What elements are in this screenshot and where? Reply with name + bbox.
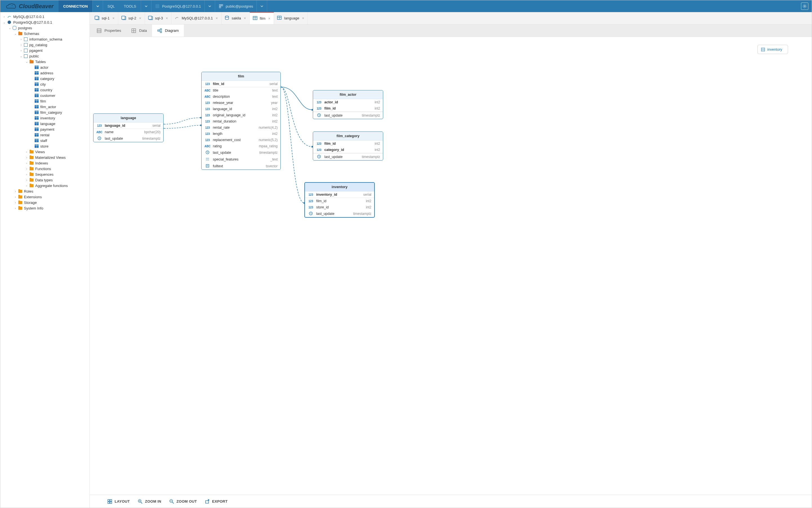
breadcrumb-connection-chevron[interactable] [204, 0, 215, 12]
subtab-diagram[interactable]: Diagram [152, 25, 184, 37]
column-row[interactable]: ABCtitletext [202, 87, 281, 93]
breadcrumb-schema[interactable]: public@postgres [215, 0, 256, 12]
column-row[interactable]: last_updatetimestamptz [305, 210, 374, 217]
breadcrumb-schema-chevron[interactable] [256, 0, 267, 12]
breadcrumb-connection[interactable]: PostgreSQL@127.0.0.1 [152, 0, 204, 12]
close-icon[interactable]: × [138, 16, 142, 20]
editor-tab-language[interactable]: language× [274, 12, 308, 24]
subtab-data[interactable]: Data [126, 25, 152, 37]
editor-tab-sakila[interactable]: sakila× [222, 12, 250, 24]
editor-tab-sql-1[interactable]: sql-1× [91, 12, 118, 24]
editor-tab-film[interactable]: film× [250, 12, 274, 24]
column-row[interactable]: special_features_text [202, 156, 281, 163]
tree-schema-pgagent[interactable]: ›pgagent [0, 48, 90, 53]
close-icon[interactable]: × [243, 16, 247, 20]
column-row[interactable]: last_updatetimestamptz [93, 135, 163, 142]
tree-aggfunc-folder[interactable]: ›Aggregate functions [0, 183, 90, 188]
column-row[interactable]: 123original_language_idint2 [202, 112, 281, 118]
column-row[interactable]: 123release_yearyear [202, 100, 281, 106]
tree-table-payment[interactable]: payment [0, 126, 90, 132]
subtab-properties[interactable]: Properties [91, 25, 126, 37]
zoom-out-button[interactable]: ZOOM OUT [169, 499, 197, 504]
chevron-right-icon[interactable]: › [19, 38, 23, 41]
tree-table-rental[interactable]: rental [0, 132, 90, 138]
layout-button[interactable]: LAYOUT [107, 499, 130, 504]
tree-table-address[interactable]: address [0, 70, 90, 76]
menu-connection-chevron[interactable] [92, 0, 103, 12]
close-icon[interactable]: × [165, 16, 169, 20]
chevron-down-icon[interactable]: ⌄ [25, 60, 29, 64]
close-icon[interactable]: × [112, 16, 115, 20]
tree-sysinfo-folder[interactable]: ›System Info [0, 205, 90, 211]
tree-sequences-folder[interactable]: ›Sequences [0, 171, 90, 177]
tree-table-inventory[interactable]: inventory [0, 115, 90, 121]
tree-database[interactable]: ⌄ postgres [0, 25, 90, 31]
close-icon[interactable]: × [302, 16, 305, 20]
chevron-right-icon[interactable]: › [14, 201, 17, 204]
chevron-right-icon[interactable]: › [25, 162, 29, 165]
column-row[interactable]: last_updatetimestamptz [313, 153, 383, 160]
tree-schemas-folder[interactable]: ⌄ Schemas [0, 31, 90, 36]
tree-roles-folder[interactable]: ›Roles [0, 188, 90, 194]
column-row[interactable]: 123film_idint2 [313, 140, 383, 147]
column-row[interactable]: 123rental_ratenumeric(4,2) [202, 124, 281, 131]
chevron-down-icon[interactable]: ⌄ [19, 55, 23, 58]
column-row[interactable]: 123film_idint2 [305, 198, 374, 204]
menu-connection[interactable]: CONNECTION [58, 0, 92, 12]
chevron-right-icon[interactable]: › [14, 190, 17, 193]
column-row[interactable]: 123film_idint2 [313, 105, 383, 112]
reference-chip-inventory[interactable]: inventory [757, 45, 788, 54]
chevron-right-icon[interactable]: › [25, 156, 29, 159]
tree-table-category[interactable]: category [0, 76, 90, 81]
tree-table-film_category[interactable]: film_category [0, 110, 90, 115]
chevron-right-icon[interactable]: › [25, 173, 29, 176]
close-icon[interactable]: × [268, 16, 271, 20]
menu-tools-chevron[interactable] [141, 0, 152, 12]
column-row[interactable]: 123actor_idint2 [313, 99, 383, 105]
column-row[interactable]: last_updatetimestamptz [313, 112, 383, 119]
tree-table-language[interactable]: language [0, 121, 90, 126]
column-row[interactable]: 123category_idint2 [313, 147, 383, 153]
chevron-right-icon[interactable]: › [19, 49, 23, 52]
entity-film-actor[interactable]: film_actor123actor_idint2123film_idint2l… [313, 90, 383, 119]
column-row[interactable]: fulltexttsvector [202, 163, 281, 170]
column-row[interactable]: 123rental_durationint2 [202, 118, 281, 124]
tree-views-folder[interactable]: ›Views [0, 149, 90, 155]
tree-schema-public[interactable]: ⌄public [0, 53, 90, 59]
editor-tab-mysql-127-0-0-1[interactable]: MySQL@127.0.0.1× [171, 12, 221, 24]
zoom-in-button[interactable]: ZOOM IN [138, 499, 161, 504]
entity-film-category[interactable]: film_category123film_idint2123category_i… [313, 131, 383, 161]
export-button[interactable]: EXPORT [205, 499, 227, 504]
tree-matviews-folder[interactable]: ›Materialized Views [0, 155, 90, 160]
tree-table-customer[interactable]: customer [0, 93, 90, 98]
tree-conn-postgres[interactable]: ⌄ PostgreSQL@127.0.0.1 [0, 19, 90, 25]
column-row[interactable]: 123inventory_idserial [305, 192, 374, 198]
entity-language[interactable]: language123language_idserialABCnamebpcha… [93, 114, 164, 142]
tree-table-film[interactable]: film [0, 98, 90, 104]
tree-indexes-folder[interactable]: ›Indexes [0, 160, 90, 166]
tree-schema-pgcatalog[interactable]: ›pg_catalog [0, 42, 90, 48]
chevron-right-icon[interactable]: › [25, 167, 29, 170]
tree-table-country[interactable]: country [0, 87, 90, 93]
close-icon[interactable]: × [215, 16, 218, 20]
column-row[interactable]: ABCratingmpaa_rating [202, 143, 281, 149]
chevron-right-icon[interactable]: › [3, 15, 6, 18]
column-row[interactable]: 123store_idint2 [305, 204, 374, 210]
column-row[interactable]: 123language_idint2 [202, 106, 281, 112]
entity-film[interactable]: film123film_idserialABCtitletextABCdescr… [201, 72, 281, 170]
diagram-canvas[interactable]: inventory language123language_idserialAB… [90, 37, 812, 495]
tree-conn-mysql[interactable]: › MySQL@127.0.0.1 [0, 14, 90, 19]
column-row[interactable]: last_updatetimestamptz [202, 149, 281, 156]
tree-table-staff[interactable]: staff [0, 138, 90, 143]
tree-storage-folder[interactable]: ›Storage [0, 200, 90, 205]
column-row[interactable]: 123lengthint2 [202, 131, 281, 137]
chevron-down-icon[interactable]: ⌄ [14, 32, 17, 35]
chevron-right-icon[interactable]: › [25, 151, 29, 154]
tree-table-film_actor[interactable]: film_actor [0, 104, 90, 110]
chevron-down-icon[interactable]: ⌄ [8, 27, 11, 30]
tree-table-city[interactable]: city [0, 81, 90, 87]
column-row[interactable]: ABCnamebpchar(20) [93, 129, 163, 135]
editor-tab-sql-2[interactable]: sql-2× [118, 12, 145, 24]
tree-table-actor[interactable]: actor [0, 65, 90, 70]
chevron-right-icon[interactable]: › [25, 184, 29, 187]
